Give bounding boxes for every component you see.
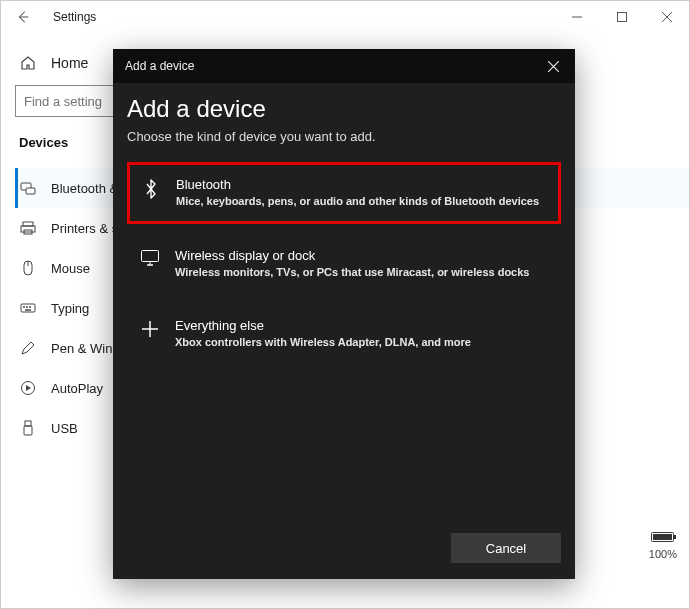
option-desc: Wireless monitors, TVs, or PCs that use … — [175, 265, 529, 280]
window-title: Settings — [53, 10, 96, 24]
minimize-icon — [572, 12, 582, 22]
titlebar-left: Settings — [9, 3, 96, 31]
window-controls — [554, 2, 689, 32]
add-device-dialog: Add a device Add a device Choose the kin… — [113, 49, 575, 579]
nav-item-label: Typing — [51, 301, 89, 316]
maximize-button[interactable] — [599, 2, 644, 32]
option-title: Everything else — [175, 318, 471, 333]
arrow-left-icon — [16, 10, 30, 24]
svg-rect-17 — [653, 534, 672, 540]
maximize-icon — [617, 12, 627, 22]
option-title: Wireless display or dock — [175, 248, 529, 263]
svg-rect-0 — [617, 13, 626, 22]
dialog-content: Add a device Choose the kind of device y… — [113, 83, 575, 533]
dialog-heading: Add a device — [127, 95, 561, 123]
dialog-titlebar: Add a device — [113, 49, 575, 83]
option-text: Wireless display or dock Wireless monito… — [175, 248, 529, 280]
svg-rect-2 — [26, 188, 35, 194]
battery-percent: 100% — [649, 548, 677, 560]
nav-item-label: USB — [51, 421, 78, 436]
svg-rect-8 — [21, 304, 35, 312]
option-desc: Xbox controllers with Wireless Adapter, … — [175, 335, 471, 350]
minimize-button[interactable] — [554, 2, 599, 32]
display-icon — [139, 248, 161, 266]
option-text: Everything else Xbox controllers with Wi… — [175, 318, 471, 350]
svg-rect-19 — [142, 250, 159, 261]
dialog-footer: Cancel — [113, 533, 575, 579]
back-button[interactable] — [9, 3, 37, 31]
titlebar: Settings — [1, 1, 689, 33]
svg-rect-14 — [25, 421, 31, 426]
option-wireless-display[interactable]: Wireless display or dock Wireless monito… — [127, 234, 561, 294]
option-desc: Mice, keyboards, pens, or audio and othe… — [176, 194, 539, 209]
plus-icon — [139, 318, 161, 338]
close-button[interactable] — [644, 2, 689, 32]
home-icon — [19, 55, 37, 71]
pen-icon — [19, 340, 37, 356]
dialog-close-button[interactable] — [531, 49, 575, 83]
keyboard-icon — [19, 300, 37, 316]
svg-rect-15 — [24, 426, 32, 435]
printer-icon — [19, 220, 37, 236]
nav-item-label: AutoPlay — [51, 381, 103, 396]
battery-status: 100% — [649, 530, 677, 560]
dialog-title: Add a device — [125, 59, 194, 73]
bluetooth-icon — [140, 177, 162, 199]
autoplay-icon — [19, 380, 37, 396]
usb-icon — [19, 420, 37, 436]
close-icon — [662, 12, 672, 22]
battery-icon — [651, 530, 677, 544]
bluetooth-devices-icon — [19, 180, 37, 196]
dialog-subheading: Choose the kind of device you want to ad… — [127, 129, 561, 144]
svg-rect-18 — [674, 535, 676, 539]
svg-rect-3 — [23, 222, 33, 226]
mouse-icon — [19, 260, 37, 276]
option-text: Bluetooth Mice, keyboards, pens, or audi… — [176, 177, 539, 209]
home-label: Home — [51, 55, 88, 71]
cancel-button[interactable]: Cancel — [451, 533, 561, 563]
nav-item-label: Mouse — [51, 261, 90, 276]
option-title: Bluetooth — [176, 177, 539, 192]
settings-window: Settings Home Devices — [0, 0, 690, 609]
option-bluetooth[interactable]: Bluetooth Mice, keyboards, pens, or audi… — [127, 162, 561, 224]
close-icon — [548, 61, 559, 72]
option-everything-else[interactable]: Everything else Xbox controllers with Wi… — [127, 304, 561, 364]
svg-rect-4 — [21, 226, 35, 232]
